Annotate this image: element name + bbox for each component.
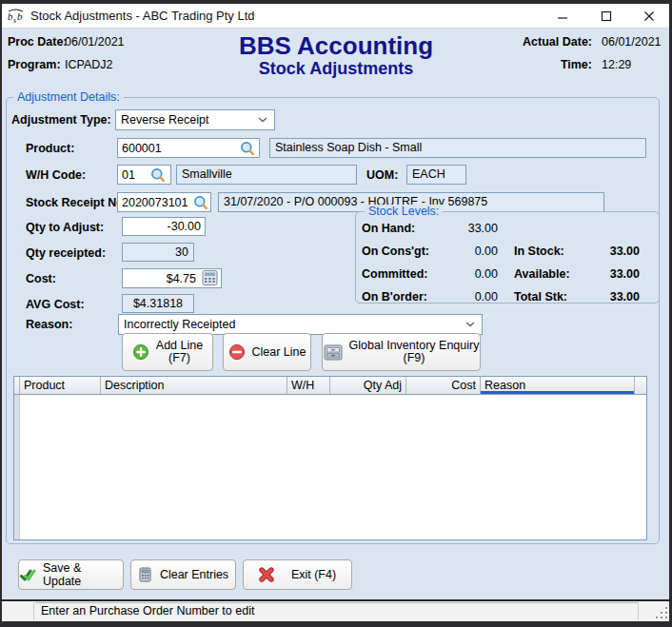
on-hand-value: 33.00 [433, 222, 498, 235]
stock-levels-group-title: Stock Levels: [365, 205, 443, 218]
add-line-key: (F7) [156, 352, 203, 364]
grid-header-filler [635, 377, 646, 394]
application-window: b s b Stock Adjustments - ABC Trading Pt… [0, 0, 672, 627]
adjustment-type-value: Reverse Receipt [121, 113, 208, 127]
qty-receipted-label: Qty receipted: [26, 246, 106, 260]
maximize-button[interactable] [584, 4, 628, 29]
adjustment-details-group-title: Adjustment Details: [13, 90, 124, 104]
qty-receipted-field: 30 [122, 243, 194, 262]
chevron-down-icon [258, 117, 267, 123]
qty-to-adjust-label: Qty to Adjust: [26, 221, 104, 234]
exit-button[interactable]: Exit (F4) [243, 559, 352, 590]
total-stk-value: 33.00 [571, 290, 640, 304]
grid-header-product[interactable]: Product [20, 377, 101, 394]
chevron-down-icon [465, 322, 475, 327]
minimize-button[interactable] [541, 4, 584, 29]
product-description-field: Stainless Soap Dish - Small [269, 138, 646, 158]
close-button[interactable] [627, 4, 671, 29]
on-border-value: 0.00 [433, 290, 498, 304]
minimize-icon [557, 10, 568, 22]
cost-label: Cost: [26, 272, 56, 285]
qty-to-adjust-input[interactable] [122, 217, 206, 236]
calculator-icon[interactable] [202, 270, 218, 289]
save-check-icon [19, 568, 36, 582]
reason-label: Reason: [26, 318, 72, 331]
wh-code-label: W/H Code: [26, 168, 86, 182]
cabinet-icon [324, 344, 343, 361]
committed-value: 0.00 [433, 267, 498, 281]
adjustment-type-label: Adjustment Type: [11, 113, 111, 127]
on-hand-label: On Hand: [362, 222, 415, 235]
reason-value: Incorrectly Receipted [124, 318, 235, 331]
grid-header-row: Product Description W/H Qty Adj Cost Rea… [14, 377, 646, 395]
close-icon [643, 10, 655, 22]
in-stock-label: In Stock: [514, 245, 564, 258]
exit-label: Exit (F4) [291, 568, 336, 581]
adjustment-type-select[interactable]: Reverse Receipt [115, 109, 275, 130]
in-stock-value: 33.00 [571, 245, 640, 258]
time-label: Time: [476, 58, 592, 71]
grid-header-wh[interactable]: W/H [287, 377, 330, 394]
status-message: Enter an Purchase Order Number to edit [41, 601, 254, 621]
global-enquiry-key: (F9) [349, 352, 480, 364]
avg-cost-label: AVG Cost: [26, 298, 85, 311]
svg-text:s: s [13, 16, 16, 24]
clear-entries-label: Clear Entries [160, 568, 228, 581]
wh-lookup-icon[interactable] [150, 167, 166, 186]
actual-date-value: 06/01/2021 [602, 35, 662, 49]
add-line-button[interactable]: Add Line (F7) [122, 333, 213, 371]
clear-line-button[interactable]: Clear Line [223, 333, 311, 371]
status-bar-divider [33, 602, 34, 620]
product-code-input[interactable] [117, 138, 260, 158]
grid-header-cost[interactable]: Cost [406, 377, 481, 394]
uom-label: UOM: [366, 168, 398, 182]
remove-icon [228, 343, 246, 361]
add-icon [132, 343, 149, 361]
svg-text:b: b [17, 10, 23, 22]
product-lookup-icon[interactable] [240, 141, 255, 160]
adjustment-lines-grid[interactable]: Product Description W/H Qty Adj Cost Rea… [13, 376, 647, 540]
bsb-logo-icon: b s b [8, 9, 25, 28]
total-stk-label: Total Stk: [514, 290, 567, 304]
global-inventory-enquiry-button[interactable]: Global Inventory Enquiry (F9) [322, 333, 481, 371]
time-value: 12:29 [602, 58, 631, 71]
stock-receipt-lookup-icon[interactable] [193, 195, 208, 214]
on-border-label: On B'order: [362, 290, 427, 304]
grid-header-description[interactable]: Description [101, 377, 287, 394]
product-label: Product: [26, 142, 74, 155]
uom-field: EACH [406, 165, 466, 185]
resize-grip[interactable] [656, 607, 669, 620]
grid-header-reason[interactable]: Reason [481, 377, 635, 394]
clear-entries-button[interactable]: Clear Entries [130, 559, 236, 590]
actual-date-label: Actual Date: [476, 35, 592, 49]
clear-line-label: Clear Line [252, 345, 306, 359]
available-value: 33.00 [571, 267, 640, 281]
save-update-button[interactable]: Save & Update [18, 559, 124, 590]
exit-x-icon [259, 567, 274, 582]
wh-name-field: Smallville [176, 165, 357, 185]
reason-select[interactable]: Incorrectly Receipted [118, 314, 483, 335]
maximize-icon [601, 10, 612, 22]
status-bar-divider-right [638, 602, 639, 620]
grid-header-qty-adj[interactable]: Qty Adj [330, 377, 406, 394]
on-consgt-value: 0.00 [433, 245, 498, 258]
available-label: Available: [514, 267, 570, 281]
clear-entries-icon [138, 567, 153, 582]
on-consgt-label: On Cons'gt: [362, 245, 429, 258]
window-title: Stock Adjustments - ABC Trading Pty Ltd [30, 4, 255, 29]
avg-cost-field: $4.31818 [122, 294, 194, 313]
status-bar: Enter an Purchase Order Number to edit [2, 601, 669, 621]
title-bar: b s b Stock Adjustments - ABC Trading Pt… [2, 4, 669, 29]
save-update-label: Save & Update [43, 561, 123, 588]
committed-label: Committed: [362, 267, 427, 281]
grid-body[interactable] [20, 395, 646, 539]
stock-receipt-label: Stock Receipt No: [26, 196, 128, 209]
